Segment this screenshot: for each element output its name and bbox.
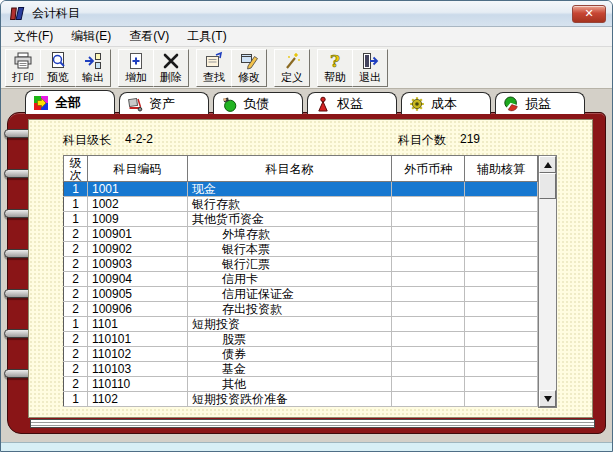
category-tab[interactable]: 成本 [401, 92, 491, 114]
menu-item[interactable]: 编辑(E) [62, 26, 120, 47]
cell-currency [392, 392, 465, 407]
scroll-up-button[interactable] [539, 156, 556, 173]
toolbar-button[interactable]: 修改 [231, 49, 267, 87]
table-row[interactable]: 2 110102 债券 [64, 347, 538, 362]
toolbar-button-label: 帮助 [324, 71, 346, 84]
category-tab-label: 全部 [55, 94, 81, 112]
cell-name: 现金 [188, 182, 392, 197]
col-header-aux: 辅助核算 [465, 156, 538, 182]
cell-code: 100905 [88, 287, 188, 302]
table-row[interactable]: 1 1102 短期投资跌价准备 [64, 392, 538, 407]
category-tab[interactable]: 全部 [25, 90, 115, 114]
toolbar-button[interactable]: 输出 [75, 49, 111, 87]
table-row[interactable]: 2 100906 存出投资款 [64, 302, 538, 317]
app-window: 会计科目 ✕ 文件(F) 编辑(E) 查看(V) 工具(T) 打印 预览 [0, 0, 613, 452]
category-tab[interactable]: 损益 [495, 92, 585, 114]
cell-level: 2 [64, 332, 88, 347]
toolbar-button[interactable]: 删除 [153, 49, 189, 87]
cell-aux [465, 302, 538, 317]
toolbar-button[interactable]: 打印 [5, 49, 41, 87]
title-bar[interactable]: 会计科目 ✕ [1, 1, 612, 27]
col-header-name: 科目名称 [188, 156, 392, 182]
vertical-scrollbar[interactable] [538, 155, 557, 408]
table-row[interactable]: 2 100904 信用卡 [64, 272, 538, 287]
cell-currency [392, 287, 465, 302]
category-tab[interactable]: 资产 [119, 92, 209, 114]
cell-code: 1001 [88, 182, 188, 197]
category-tab-label: 权益 [337, 95, 363, 113]
scroll-thumb[interactable] [539, 173, 556, 199]
cell-name: 其他货币资金 [188, 212, 392, 227]
category-tab-label: 损益 [525, 95, 551, 113]
table-row[interactable]: 1 1001 现金 [64, 182, 538, 197]
toolbar: 打印 预览 输出 增加 删除 查找 [1, 47, 612, 89]
cell-level: 1 [64, 197, 88, 212]
equity-icon [315, 96, 331, 112]
table-row[interactable]: 2 100905 信用证保证金 [64, 287, 538, 302]
table-row[interactable]: 2 110110 其他 [64, 377, 538, 392]
cell-code: 100904 [88, 272, 188, 287]
cell-currency [392, 362, 465, 377]
cell-currency [392, 302, 465, 317]
table-row[interactable]: 2 100901 外埠存款 [64, 227, 538, 242]
cell-level: 2 [64, 362, 88, 377]
toolbar-button-label: 查找 [203, 71, 225, 84]
cell-name: 信用证保证金 [188, 287, 392, 302]
cell-name: 债券 [188, 347, 392, 362]
category-tab-label: 成本 [431, 95, 457, 113]
cell-code: 100903 [88, 257, 188, 272]
category-tab[interactable]: 负债 [213, 92, 303, 114]
cell-level: 1 [64, 317, 88, 332]
table-zone: 级次 科目编码 科目名称 外币币种 辅助核算 1 [63, 155, 592, 408]
toolbar-button[interactable]: 退出 [352, 49, 388, 87]
toolbar-button[interactable]: 查找 [196, 49, 232, 87]
toolbar-button[interactable]: ? 帮助 [317, 49, 353, 87]
scroll-down-button[interactable] [539, 390, 556, 407]
subject-count-label: 科目个数 [398, 132, 446, 149]
cell-level: 2 [64, 302, 88, 317]
cell-level: 1 [64, 182, 88, 197]
cell-code: 110102 [88, 347, 188, 362]
menu-item-label: 文件(F) [14, 29, 53, 43]
cell-currency [392, 347, 465, 362]
table-row[interactable]: 2 100902 银行本票 [64, 242, 538, 257]
subject-level-label: 科目级长 [63, 132, 111, 149]
table-row[interactable]: 2 110103 基金 [64, 362, 538, 377]
cell-name: 股票 [188, 332, 392, 347]
cell-currency [392, 317, 465, 332]
toolbar-button-label: 退出 [359, 71, 381, 84]
close-button[interactable]: ✕ [572, 5, 606, 23]
cell-code: 1009 [88, 212, 188, 227]
table-row[interactable]: 1 1101 短期投资 [64, 317, 538, 332]
cell-code: 1002 [88, 197, 188, 212]
all-categories-icon [33, 95, 49, 111]
scroll-track[interactable] [539, 173, 556, 390]
menu-item-label: 查看(V) [129, 29, 169, 43]
add-icon [126, 51, 146, 71]
menu-item[interactable]: 查看(V) [120, 26, 178, 47]
cell-code: 110110 [88, 377, 188, 392]
menu-item[interactable]: 工具(T) [178, 26, 235, 47]
menu-bar: 文件(F) 编辑(E) 查看(V) 工具(T) [1, 27, 612, 47]
table-row[interactable]: 2 110101 股票 [64, 332, 538, 347]
category-tab[interactable]: 权益 [307, 92, 397, 114]
cell-aux [465, 212, 538, 227]
cell-name: 基金 [188, 362, 392, 377]
subject-count-value: 219 [460, 132, 480, 149]
menu-item[interactable]: 文件(F) [5, 26, 62, 47]
category-tab-label: 负债 [243, 95, 269, 113]
toolbar-button[interactable]: 增加 [118, 49, 154, 87]
cell-level: 2 [64, 287, 88, 302]
category-tab-label: 资产 [149, 95, 175, 113]
table-row[interactable]: 1 1009 其他货币资金 [64, 212, 538, 227]
cell-currency [392, 227, 465, 242]
cell-level: 2 [64, 377, 88, 392]
table-row[interactable]: 2 100903 银行汇票 [64, 257, 538, 272]
toolbar-button[interactable]: 预览 [40, 49, 76, 87]
toolbar-button-label: 增加 [125, 71, 147, 84]
table-row[interactable]: 1 1002 银行存款 [64, 197, 538, 212]
toolbar-button[interactable]: 定义 [274, 49, 310, 87]
cell-aux [465, 272, 538, 287]
export-icon [83, 51, 103, 71]
cell-name: 存出投资款 [188, 302, 392, 317]
